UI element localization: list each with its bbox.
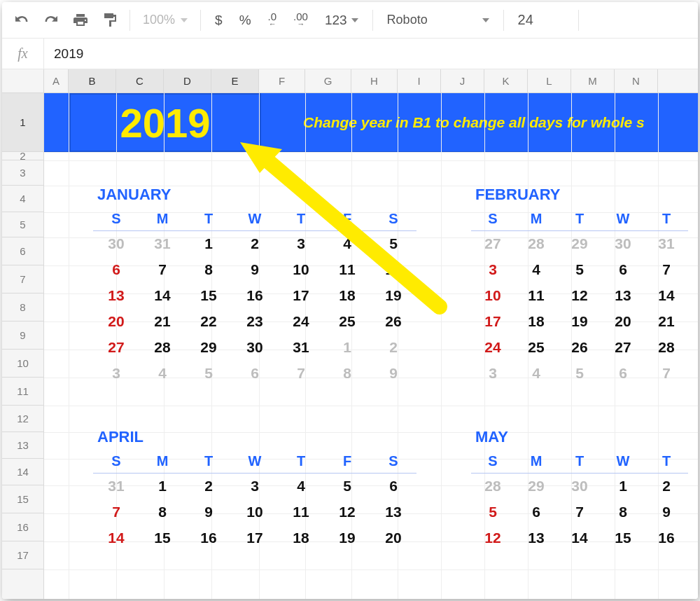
day-cell[interactable]: 17: [278, 282, 324, 308]
column-header[interactable]: M: [571, 69, 615, 92]
row-header[interactable]: 3: [2, 160, 43, 186]
day-cell[interactable]: 29: [514, 473, 558, 499]
day-cell[interactable]: 27: [471, 230, 514, 256]
day-cell[interactable]: 10: [471, 282, 514, 308]
day-cell[interactable]: 3: [93, 360, 139, 386]
column-header[interactable]: A: [44, 69, 69, 92]
day-cell[interactable]: 6: [601, 256, 645, 282]
day-cell[interactable]: 11: [514, 282, 558, 308]
column-header[interactable]: B: [69, 69, 116, 92]
day-cell[interactable]: 14: [645, 282, 688, 308]
day-cell[interactable]: 25: [514, 334, 558, 360]
day-cell[interactable]: 9: [186, 499, 232, 525]
day-cell[interactable]: 16: [645, 525, 688, 551]
currency-format-button[interactable]: $: [206, 6, 231, 34]
day-cell[interactable]: 5: [471, 499, 514, 525]
day-cell[interactable]: 6: [514, 499, 558, 525]
row-header[interactable]: 1: [2, 93, 43, 152]
row-header[interactable]: 5: [2, 212, 43, 237]
day-cell[interactable]: 8: [324, 360, 370, 386]
row-header[interactable]: 15: [2, 485, 43, 513]
day-cell[interactable]: 18: [278, 525, 324, 551]
day-cell[interactable]: 26: [558, 334, 601, 360]
day-cell[interactable]: 13: [514, 525, 558, 551]
day-cell[interactable]: 8: [186, 256, 232, 282]
column-header[interactable]: D: [164, 69, 211, 92]
day-cell[interactable]: 14: [558, 525, 601, 551]
day-cell[interactable]: 2: [370, 334, 416, 360]
day-cell[interactable]: 26: [370, 308, 416, 334]
day-cell[interactable]: 7: [645, 256, 688, 282]
day-cell[interactable]: 5: [558, 360, 601, 386]
font-size-select[interactable]: 24: [510, 6, 573, 34]
row-header[interactable]: 14: [2, 459, 43, 485]
day-cell[interactable]: 16: [186, 525, 232, 551]
day-cell[interactable]: 28: [471, 473, 514, 499]
day-cell[interactable]: 1: [324, 334, 370, 360]
row-header[interactable]: 16: [2, 513, 43, 541]
day-cell[interactable]: 4: [278, 473, 324, 499]
undo-button[interactable]: [8, 6, 36, 34]
percent-format-button[interactable]: %: [231, 6, 260, 34]
print-button[interactable]: [66, 6, 94, 34]
day-cell[interactable]: 15: [601, 525, 645, 551]
day-cell[interactable]: 2: [645, 473, 688, 499]
day-cell[interactable]: 12: [471, 525, 514, 551]
day-cell[interactable]: 25: [324, 308, 370, 334]
decrease-decimal-button[interactable]: .0←: [260, 6, 286, 34]
day-cell[interactable]: 3: [278, 230, 324, 256]
row-header[interactable]: 10: [2, 350, 43, 378]
day-cell[interactable]: 3: [471, 256, 514, 282]
day-cell[interactable]: 7: [645, 360, 688, 386]
day-cell[interactable]: 19: [370, 282, 416, 308]
zoom-select[interactable]: 100%: [136, 13, 195, 27]
day-cell[interactable]: 7: [93, 499, 139, 525]
column-header[interactable]: K: [484, 69, 528, 92]
day-cell[interactable]: 27: [601, 334, 645, 360]
day-cell[interactable]: 6: [601, 360, 645, 386]
day-cell[interactable]: 14: [139, 282, 186, 308]
column-header[interactable]: L: [528, 69, 571, 92]
day-cell[interactable]: 6: [93, 256, 139, 282]
day-cell[interactable]: 19: [324, 525, 370, 551]
day-cell[interactable]: 10: [278, 256, 324, 282]
row-header[interactable]: 13: [2, 432, 43, 459]
day-cell[interactable]: 27: [93, 334, 139, 360]
day-cell[interactable]: 6: [370, 473, 416, 499]
day-cell[interactable]: 21: [645, 308, 688, 334]
sheet-area[interactable]: 2019 Change year in B1 to change all day…: [44, 93, 698, 599]
day-cell[interactable]: 3: [471, 360, 514, 386]
row-header[interactable]: 8: [2, 293, 43, 322]
day-cell[interactable]: 5: [370, 230, 416, 256]
day-cell[interactable]: 23: [232, 308, 278, 334]
paint-format-button[interactable]: [96, 6, 124, 34]
day-cell[interactable]: 24: [278, 308, 324, 334]
row-header[interactable]: 12: [2, 406, 43, 432]
day-cell[interactable]: 22: [186, 308, 232, 334]
day-cell[interactable]: 21: [139, 308, 186, 334]
day-cell[interactable]: 7: [278, 360, 324, 386]
day-cell[interactable]: 30: [232, 334, 278, 360]
redo-button[interactable]: [37, 6, 65, 34]
day-cell[interactable]: 14: [93, 525, 139, 551]
day-cell[interactable]: 7: [558, 499, 601, 525]
column-header[interactable]: I: [398, 69, 441, 92]
formula-input[interactable]: 2019: [44, 46, 698, 62]
day-cell[interactable]: 24: [471, 334, 514, 360]
day-cell[interactable]: 29: [558, 230, 601, 256]
day-cell[interactable]: 9: [232, 256, 278, 282]
day-cell[interactable]: 8: [139, 499, 186, 525]
day-cell[interactable]: 30: [558, 473, 601, 499]
day-cell[interactable]: 4: [139, 360, 186, 386]
day-cell[interactable]: 13: [370, 499, 416, 525]
row-header[interactable]: 9: [2, 322, 43, 350]
day-cell[interactable]: 5: [324, 473, 370, 499]
column-header[interactable]: G: [305, 69, 351, 92]
day-cell[interactable]: 11: [324, 256, 370, 282]
day-cell[interactable]: 12: [324, 499, 370, 525]
day-cell[interactable]: 31: [645, 230, 688, 256]
column-header[interactable]: C: [116, 69, 164, 92]
row-header[interactable]: 7: [2, 265, 43, 293]
day-cell[interactable]: 20: [93, 308, 139, 334]
column-header[interactable]: F: [259, 69, 305, 92]
